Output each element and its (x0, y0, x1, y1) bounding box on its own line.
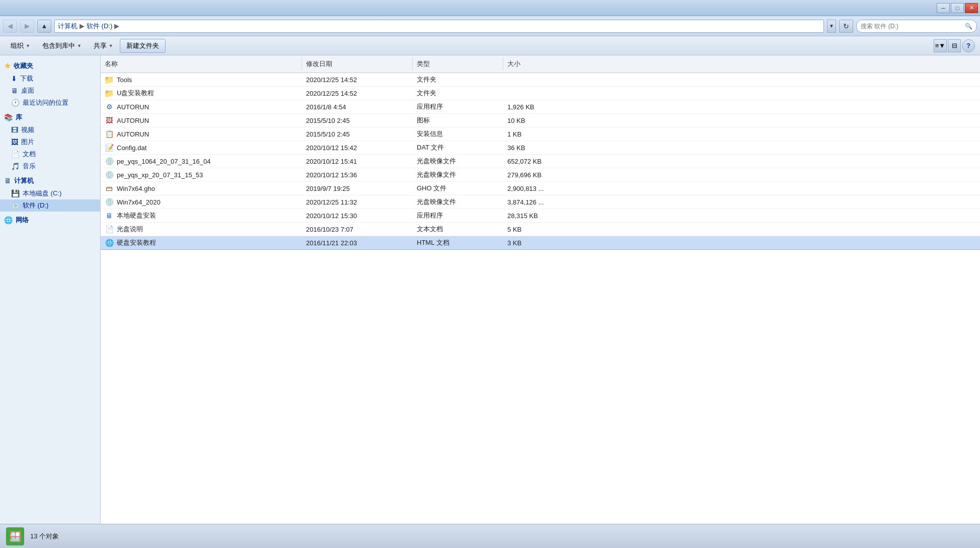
file-type: 光盘映像文件 (413, 196, 503, 208)
file-modified: 2016/11/21 22:03 (302, 238, 413, 248)
file-type-icon: 💿 (105, 197, 114, 207)
sidebar-header-computer[interactable]: 🖥 计算机 (0, 174, 100, 187)
file-type: 文件夹 (413, 88, 503, 99)
col-header-modified[interactable]: 修改日期 (302, 57, 413, 71)
favorites-label: 收藏夹 (14, 61, 33, 71)
share-button[interactable]: 共享 ▼ (88, 39, 119, 53)
table-row[interactable]: 💿 Win7x64_2020 2020/12/25 11:32 光盘映像文件 3… (101, 195, 980, 209)
breadcrumb-sep-2: ▶ (114, 22, 119, 30)
file-modified: 2015/5/10 2:45 (302, 116, 413, 125)
minimize-button[interactable]: ─ (937, 3, 950, 13)
file-type-icon: 🗃 (105, 184, 114, 193)
help-button[interactable]: ? (962, 39, 975, 52)
refresh-button[interactable]: ↻ (839, 20, 853, 33)
search-icon: 🔍 (965, 23, 972, 30)
table-row[interactable]: 📁 Tools 2020/12/25 14:52 文件夹 (101, 73, 980, 87)
table-row[interactable]: 🖥 本地硬盘安装 2020/10/12 15:30 应用程序 28,315 KB (101, 209, 980, 223)
file-type: HTML 文档 (413, 237, 503, 248)
file-name-cell: ⚙ AUTORUN (101, 101, 302, 112)
new-folder-button[interactable]: 新建文件夹 (120, 39, 166, 53)
sidebar-item-video-label: 视频 (21, 125, 34, 134)
file-name: 光盘说明 (117, 225, 143, 234)
pictures-icon: 🖼 (11, 138, 18, 146)
file-size: 3,874,126 ... (503, 197, 584, 207)
file-name-cell: 📝 Config.dat (101, 142, 302, 153)
table-row[interactable]: 💿 pe_yqs_1064_20_07_31_16_04 2020/10/12 … (101, 155, 980, 168)
organize-button[interactable]: 组织 ▼ (5, 39, 36, 53)
file-type-icon: 🖼 (105, 116, 114, 125)
breadcrumb-drive[interactable]: 软件 (D:) (87, 22, 112, 31)
column-headers: 名称 修改日期 类型 大小 (101, 55, 980, 73)
maximize-button[interactable]: □ (951, 3, 964, 13)
include-label: 包含到库中 (42, 41, 75, 50)
sidebar-item-pictures-label: 图片 (21, 138, 34, 147)
sidebar-item-desktop[interactable]: 🖥 桌面 (0, 85, 100, 97)
table-row[interactable]: 📄 光盘说明 2016/10/23 7:07 文本文档 5 KB (101, 223, 980, 236)
file-size (503, 79, 584, 81)
table-row[interactable]: 🗃 Win7x64.gho 2019/9/7 19:25 GHO 文件 2,90… (101, 182, 980, 195)
col-header-type[interactable]: 类型 (413, 57, 503, 71)
file-modified: 2020/10/12 15:41 (302, 157, 413, 166)
file-modified: 2016/10/23 7:07 (302, 225, 413, 234)
sidebar-item-drive-d-label: 软件 (D:) (23, 201, 48, 210)
table-row[interactable]: 📋 AUTORUN 2015/5/10 2:45 安装信息 1 KB (101, 127, 980, 141)
table-row[interactable]: 🖼 AUTORUN 2015/5/10 2:45 图标 10 KB (101, 114, 980, 127)
file-modified: 2016/1/8 4:54 (302, 102, 413, 112)
main-content: ★ 收藏夹 ⬇ 下载 🖥 桌面 🕐 最近访问的位置 📚 库 🎞 (0, 55, 980, 524)
file-type: 文件夹 (413, 74, 503, 85)
file-size: 652,072 KB (503, 157, 584, 166)
sidebar-item-music-label: 音乐 (23, 162, 36, 171)
file-name-cell: 📄 光盘说明 (101, 224, 302, 235)
file-size: 36 KB (503, 143, 584, 153)
table-row[interactable]: 📝 Config.dat 2020/10/12 15:42 DAT 文件 36 … (101, 141, 980, 155)
col-header-size[interactable]: 大小 (503, 57, 584, 71)
back-button[interactable]: ◀ (3, 20, 17, 33)
close-button[interactable]: ✕ (965, 3, 978, 13)
sidebar-item-drive-d[interactable]: 💿 软件 (D:) (0, 199, 100, 212)
organize-label: 组织 (11, 41, 24, 50)
search-bar[interactable]: 🔍 (856, 20, 977, 33)
breadcrumb-computer[interactable]: 计算机 (58, 22, 78, 31)
table-row[interactable]: 🌐 硬盘安装教程 2016/11/21 22:03 HTML 文档 3 KB (101, 236, 980, 250)
sidebar-item-pictures[interactable]: 🖼 图片 (0, 136, 100, 148)
share-arrow-icon: ▼ (109, 43, 113, 48)
file-type: 文本文档 (413, 224, 503, 235)
sidebar-section-computer: 🖥 计算机 💾 本地磁盘 (C:) 💿 软件 (D:) (0, 174, 100, 212)
sidebar-section-network: 🌐 网络 (0, 214, 100, 227)
file-name: 硬盘安装教程 (117, 238, 156, 247)
file-type: DAT 文件 (413, 142, 503, 153)
sidebar-item-drive-c[interactable]: 💾 本地磁盘 (C:) (0, 187, 100, 199)
col-header-name[interactable]: 名称 (101, 57, 302, 71)
up-button[interactable]: ▲ (37, 20, 51, 33)
sidebar-header-library[interactable]: 📚 库 (0, 111, 100, 124)
sidebar-section-favorites: ★ 收藏夹 ⬇ 下载 🖥 桌面 🕐 最近访问的位置 (0, 59, 100, 109)
sidebar-item-video[interactable]: 🎞 视频 (0, 124, 100, 136)
forward-button[interactable]: ▶ (20, 20, 34, 33)
sidebar-item-documents[interactable]: 📄 文档 (0, 148, 100, 160)
file-size: 10 KB (503, 116, 584, 125)
view-dropdown-button[interactable]: ≡▼ (934, 39, 947, 52)
preview-pane-button[interactable]: ⊟ (948, 39, 961, 52)
address-dropdown-button[interactable]: ▼ (827, 20, 836, 33)
sidebar-item-recent[interactable]: 🕐 最近访问的位置 (0, 97, 100, 109)
file-name-cell: 🖼 AUTORUN (101, 115, 302, 126)
sidebar-item-music[interactable]: 🎵 音乐 (0, 160, 100, 172)
include-arrow-icon: ▼ (77, 43, 82, 48)
file-name: Win7x64.gho (117, 185, 155, 192)
file-type: GHO 文件 (413, 183, 503, 194)
recent-icon: 🕐 (11, 99, 20, 107)
sidebar-item-download[interactable]: ⬇ 下载 (0, 73, 100, 85)
file-type-icon: ⚙ (105, 102, 114, 111)
include-library-button[interactable]: 包含到库中 ▼ (37, 39, 87, 53)
table-row[interactable]: ⚙ AUTORUN 2016/1/8 4:54 应用程序 1,926 KB (101, 100, 980, 114)
file-size: 279,696 KB (503, 170, 584, 180)
table-row[interactable]: 💿 pe_yqs_xp_20_07_31_15_53 2020/10/12 15… (101, 168, 980, 182)
table-row[interactable]: 📁 U盘安装教程 2020/12/25 14:52 文件夹 (101, 87, 980, 100)
sidebar-header-network[interactable]: 🌐 网络 (0, 214, 100, 227)
sidebar-header-favorites[interactable]: ★ 收藏夹 (0, 59, 100, 73)
search-input[interactable] (861, 23, 963, 30)
file-type-icon: 🌐 (105, 238, 114, 247)
file-name: pe_yqs_1064_20_07_31_16_04 (117, 158, 211, 165)
status-icon: 🪟 (6, 527, 24, 545)
file-size: 2,900,813 ... (503, 184, 584, 193)
